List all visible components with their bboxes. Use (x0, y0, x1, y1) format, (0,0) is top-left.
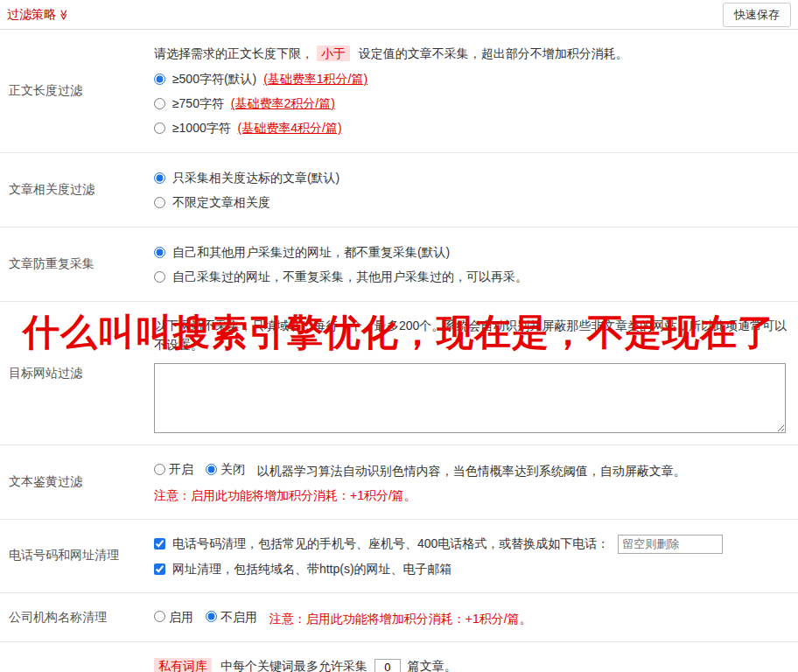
blocked-sites-textarea[interactable] (154, 363, 786, 433)
private-lexicon-highlight: 私有词库 (154, 658, 212, 672)
porn-filter-warning: 注意：启用此功能将增加积分消耗：+1积分/篇。 (154, 486, 791, 505)
company-clean-label: 公司机构名称清理 (0, 593, 149, 642)
dedup-option-global-radio[interactable] (154, 247, 165, 258)
length-option-1000-radio[interactable] (154, 122, 165, 134)
phone-url-clean-content: 电话号码清理，包括常见的手机号、座机号、400电话格式，或替换成如下电话： 网址… (149, 520, 798, 592)
porn-filter-content: 开启 关闭 以机器学习算法自动识别色情内容，当色情概率达到系统阈值，自动屏蔽文章… (149, 445, 798, 519)
company-clean-options: 启用 不启用 注意：启用此功能将增加积分消耗：+1积分/篇。 (154, 607, 791, 628)
relevance-option-any-radio[interactable] (154, 197, 165, 208)
phone-clean-text: 电话号码清理，包括常见的手机号、座机号、400电话格式，或替换成如下电话： (172, 536, 609, 550)
url-clean-line: 网址清理，包括纯域名、带http(s)的网址、电子邮箱 (154, 559, 791, 578)
porn-filter-off-option[interactable]: 关闭 (206, 459, 245, 479)
phone-clean-checkbox[interactable] (154, 538, 165, 550)
row-relevance-filter: 文章相关度过滤 只采集相关度达标的文章(默认) 不限定文章相关度 (0, 153, 798, 228)
relevance-option-any-label: 不限定文章相关度 (172, 195, 270, 209)
company-clean-off-option[interactable]: 不启用 (206, 607, 257, 626)
url-clean-option[interactable]: 网址清理，包括纯域名、带http(s)的网址、电子邮箱 (154, 562, 452, 576)
max-articles-input[interactable] (374, 659, 401, 672)
length-option-750-radio[interactable] (154, 98, 165, 109)
length-filter-label: 正文长度过滤 (0, 30, 149, 152)
porn-filter-off-radio[interactable] (206, 464, 217, 475)
intro-pre: 请选择需求的正文长度下限， (154, 46, 313, 60)
phone-clean-option[interactable]: 电话号码清理，包括常见的手机号、座机号、400电话格式，或替换成如下电话： (154, 536, 612, 550)
porn-filter-options: 开启 关闭 以机器学习算法自动识别色情内容，当色情概率达到系统阈值，自动屏蔽文章… (154, 459, 791, 480)
dedup-option-global-label: 自己和其他用户采集过的网址，都不重复采集(默认) (172, 245, 450, 259)
relevance-option-strict-radio[interactable] (154, 172, 165, 184)
dedup-option-self-label: 自己采集过的网址，不重复采集，其他用户采集过的，可以再采。 (172, 270, 528, 284)
porn-filter-on-label: 开启 (169, 459, 193, 479)
company-clean-content: 启用 不启用 注意：启用此功能将增加积分消耗：+1积分/篇。 (149, 593, 798, 642)
phone-clean-line: 电话号码清理，包括常见的手机号、座机号、400电话格式，或替换成如下电话： (154, 534, 791, 554)
intro-post: 设定值的文章不采集，超出部分不增加积分消耗。 (359, 46, 628, 60)
length-option-750-label: ≥750字符 (172, 96, 224, 110)
keyword-dedup-content: 私有词库 中每个关键词最多允许采集 篇文章。 如果留空或设为0，则不限篇数。 如… (149, 642, 798, 672)
length-option-500-radio[interactable] (154, 74, 165, 85)
company-clean-on-label: 启用 (169, 607, 193, 626)
company-clean-off-radio[interactable] (206, 611, 217, 622)
length-filter-intro: 请选择需求的正文长度下限， 小于 设定值的文章不采集，超出部分不增加积分消耗。 (154, 44, 791, 63)
porn-filter-on-radio[interactable] (154, 464, 165, 475)
dedup-option-global[interactable]: 自己和其他用户采集过的网址，都不重复采集(默认) (154, 243, 791, 261)
row-dedup-filter: 文章防重复采集 自己和其他用户采集过的网址，都不重复采集(默认) 自己采集过的网… (0, 228, 798, 302)
dedup-filter-content: 自己和其他用户采集过的网址，都不重复采集(默认) 自己采集过的网址，不重复采集，… (149, 228, 798, 301)
relevance-option-any[interactable]: 不限定文章相关度 (154, 193, 791, 211)
row-length-filter: 正文长度过滤 请选择需求的正文长度下限， 小于 设定值的文章不采集，超出部分不增… (0, 30, 798, 153)
porn-filter-on-option[interactable]: 开启 (154, 459, 193, 479)
length-option-750-fee-note: (基础费率2积分/篇) (231, 96, 335, 110)
intro-highlight: 小于 (317, 46, 350, 61)
relevance-filter-label: 文章相关度过滤 (0, 153, 149, 227)
company-clean-warning: 注意：启用此功能将增加积分消耗：+1积分/篇。 (270, 611, 532, 625)
url-clean-text: 网址清理，包括纯域名、带http(s)的网址、电子邮箱 (172, 562, 452, 576)
length-filter-content: 请选择需求的正文长度下限， 小于 设定值的文章不采集，超出部分不增加积分消耗。 … (149, 30, 798, 152)
row-porn-filter: 文本鉴黄过滤 开启 关闭 以机器学习算法自动识别色情内容，当色情概率达到系统阈值… (0, 445, 798, 520)
chevron-down-icon: ≫ (59, 9, 69, 20)
keyword-dedup-label: 关键词防重复采集 (0, 642, 149, 672)
toolbar: 过滤策略 ≫ 快速保存 (0, 0, 798, 30)
dedup-option-self-radio[interactable] (154, 271, 165, 283)
porn-filter-label: 文本鉴黄过滤 (0, 445, 149, 519)
keyword-dedup-line1: 私有词库 中每个关键词最多允许采集 篇文章。 (154, 656, 791, 672)
length-option-500-fee-note: (基础费率1积分/篇) (263, 72, 368, 86)
dedup-option-self[interactable]: 自己采集过的网址，不重复采集，其他用户采集过的，可以再采。 (154, 268, 791, 285)
site-filter-content: 以下网站不采集，只填域名，每行一个，最多200个。系统会自动识别并屏蔽那些非文章… (149, 302, 798, 444)
length-option-500-label: ≥500字符(默认) (172, 72, 256, 86)
dedup-filter-label: 文章防重复采集 (0, 228, 149, 301)
row-company-clean: 公司机构名称清理 启用 不启用 注意：启用此功能将增加积分消耗：+1积分/篇。 (0, 593, 798, 643)
quick-save-button[interactable]: 快速保存 (723, 3, 791, 27)
keyword-dedup-line1-mid: 中每个关键词最多允许采集 (220, 659, 368, 672)
length-option-1000[interactable]: ≥1000字符 (基础费率4积分/篇) (154, 119, 791, 136)
length-option-750[interactable]: ≥750字符 (基础费率2积分/篇) (154, 94, 791, 112)
length-option-1000-label: ≥1000字符 (172, 121, 231, 135)
length-option-500[interactable]: ≥500字符(默认) (基础费率1积分/篇) (154, 70, 791, 88)
row-phone-url-clean: 电话号码和网址清理 电话号码清理，包括常见的手机号、座机号、400电话格式，或替… (0, 520, 798, 593)
phone-url-clean-label: 电话号码和网址清理 (0, 520, 149, 592)
porn-filter-off-label: 关闭 (220, 459, 245, 479)
relevance-filter-content: 只采集相关度达标的文章(默认) 不限定文章相关度 (149, 153, 798, 227)
keyword-dedup-line1-post: 篇文章。 (408, 659, 457, 672)
replacement-phone-input[interactable] (618, 535, 723, 554)
url-clean-checkbox[interactable] (154, 564, 165, 575)
site-filter-description: 以下网站不采集，只填域名，每行一个，最多200个。系统会自动识别并屏蔽那些非文章… (154, 316, 791, 354)
page-title-text: 过滤策略 (7, 7, 56, 23)
company-clean-on-option[interactable]: 启用 (154, 607, 193, 626)
company-clean-off-label: 不启用 (220, 607, 257, 626)
row-site-filter: 目标网站过滤 以下网站不采集，只填域名，每行一个，最多200个。系统会自动识别并… (0, 302, 798, 445)
page-title[interactable]: 过滤策略 ≫ (7, 7, 70, 23)
row-keyword-dedup: 关键词防重复采集 私有词库 中每个关键词最多允许采集 篇文章。 如果留空或设为0… (0, 642, 798, 672)
company-clean-on-radio[interactable] (154, 611, 165, 622)
porn-filter-description: 以机器学习算法自动识别色情内容，当色情概率达到系统阈值，自动屏蔽文章。 (257, 464, 686, 478)
relevance-option-strict-label: 只采集相关度达标的文章(默认) (172, 171, 340, 185)
length-option-1000-fee-note: (基础费率4积分/篇) (238, 121, 342, 135)
relevance-option-strict[interactable]: 只采集相关度达标的文章(默认) (154, 169, 791, 186)
site-filter-label: 目标网站过滤 (0, 302, 149, 444)
